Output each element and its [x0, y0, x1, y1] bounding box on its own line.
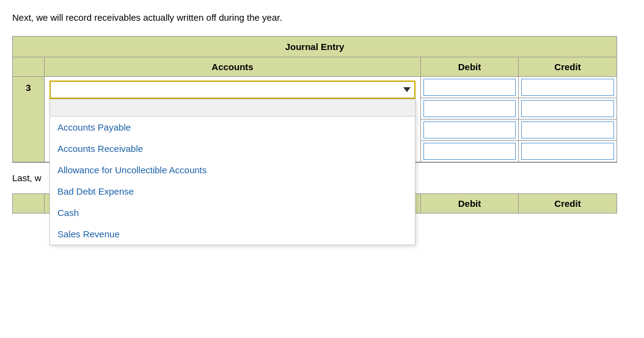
input-row-4 [421, 141, 617, 162]
intro-text: Next, we will record receivables actuall… [12, 11, 632, 25]
journal-row-3: 3 Accounts Payable Accounts Receivable A… [13, 77, 617, 162]
credit-input-cell-2[interactable] [519, 98, 617, 119]
input-row-1 [421, 77, 617, 98]
debit-input-cell-1[interactable] [421, 77, 519, 98]
dropdown-item-accounts-receivable[interactable]: Accounts Receivable [50, 138, 415, 159]
account-select-display[interactable] [49, 81, 415, 99]
account-dropdown-menu[interactable]: Accounts Payable Accounts Receivable All… [49, 99, 415, 245]
journal-entry-table: Journal Entry Accounts Debit Credit 3 Ac… [12, 36, 617, 163]
dropdown-item-allowance[interactable]: Allowance for Uncollectible Accounts [50, 159, 415, 181]
second-header-debit-col: Debit [421, 194, 519, 213]
journal-header-row: Accounts Debit Credit [13, 57, 617, 77]
dropdown-arrow-icon [403, 87, 411, 92]
input-row-3 [421, 120, 617, 141]
debit-credit-inputs [421, 77, 617, 162]
debit-input-cell-2[interactable] [421, 98, 519, 119]
credit-input-1[interactable] [521, 79, 614, 96]
debit-input-cell-3[interactable] [421, 120, 519, 140]
debit-input-1[interactable] [423, 79, 516, 96]
dropdown-item-bad-debt[interactable]: Bad Debt Expense [50, 181, 415, 202]
credit-input-cell-4[interactable] [519, 141, 617, 162]
row-number-3: 3 [13, 77, 45, 162]
credit-input-cell-1[interactable] [519, 77, 617, 98]
debit-input-4[interactable] [423, 143, 516, 160]
header-debit-col: Debit [421, 57, 519, 76]
accounts-cell[interactable]: Accounts Payable Accounts Receivable All… [45, 77, 421, 162]
header-num-col [13, 57, 45, 76]
input-row-2 [421, 98, 617, 120]
dropdown-item-sales-revenue[interactable]: Sales Revenue [50, 223, 415, 245]
dropdown-item-accounts-payable[interactable]: Accounts Payable [50, 117, 415, 138]
header-credit-col: Credit [519, 57, 617, 76]
credit-input-cell-3[interactable] [519, 120, 617, 140]
dropdown-empty-row [50, 99, 415, 117]
debit-input-2[interactable] [423, 100, 516, 117]
account-select-wrapper[interactable]: Accounts Payable Accounts Receivable All… [49, 81, 415, 99]
debit-input-3[interactable] [423, 121, 516, 138]
second-header-credit-col: Credit [519, 194, 617, 213]
credit-input-3[interactable] [521, 121, 614, 138]
debit-input-cell-4[interactable] [421, 141, 519, 162]
header-accounts-col: Accounts [45, 57, 421, 76]
second-header-num-col [13, 194, 45, 213]
credit-input-4[interactable] [521, 143, 614, 160]
journal-title: Journal Entry [13, 37, 617, 57]
credit-input-2[interactable] [521, 100, 614, 117]
dropdown-item-cash[interactable]: Cash [50, 202, 415, 223]
